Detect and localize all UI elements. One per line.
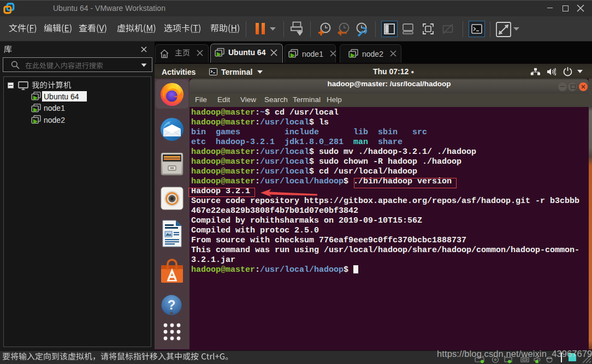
svg-text:?: ? bbox=[168, 297, 176, 312]
